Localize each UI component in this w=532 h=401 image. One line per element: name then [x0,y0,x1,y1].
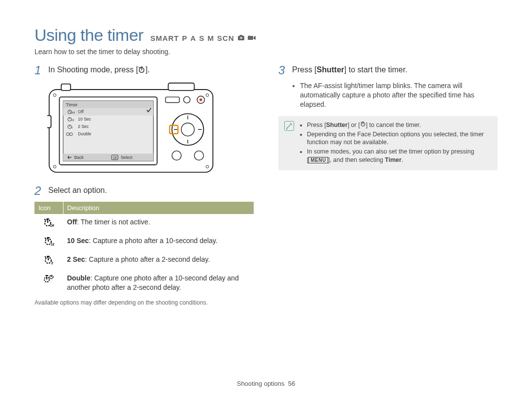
page-footer: Shooting options 56 [0,380,532,387]
th-desc: Description [63,202,254,214]
table-row: 2 2 Sec: Capture a photo after a 2-secon… [34,251,254,270]
step-3-bullet: The AF-assist light/timer lamp blinks. T… [300,81,498,109]
options-table: Icon Description OFF Off: The timer is n… [34,202,254,295]
note-box: Press [Shutter] or [] to cancel the time… [278,116,498,170]
timer-icon [138,65,145,76]
mode-s: S [199,34,204,42]
mode-p: P [182,34,187,42]
mode-m: M [207,34,214,42]
camera-plus-icon [237,34,245,42]
svg-rect-4 [168,83,195,91]
menu-button-label: MENU [308,157,328,163]
mode-smart: SMART [150,34,179,42]
svg-point-38 [172,151,181,160]
mode-scn: SCN [217,34,234,42]
svg-rect-9 [47,116,51,128]
svg-text:OFF: OFF [70,112,75,114]
movie-icon: ▸ [248,34,256,42]
note-item: Depending on the Face Detection options … [307,130,492,147]
step-3-text: Press [Shutter] to start the timer. [292,64,407,76]
svg-text:Off: Off [78,109,84,114]
options-footnote: Available options may differ depending o… [34,299,254,306]
table-row: Double: Capture one photo after a 10-sec… [34,270,254,295]
svg-text:OFF: OFF [50,224,54,227]
svg-text:10 Sec: 10 Sec [78,117,91,122]
page-subtitle: Learn how to set the timer to delay shoo… [34,48,498,56]
svg-rect-3 [61,84,70,91]
step-2-number: 2 [34,185,43,197]
note-item: Press [Shutter] or [] to cancel the time… [307,121,492,129]
svg-point-36 [181,123,194,136]
svg-text:▸: ▸ [248,34,250,36]
mode-list: SMART P A S M SCN ▸ [150,34,256,42]
step-3-number: 3 [278,64,287,76]
page-title: Using the timer [34,26,143,45]
svg-text:Double: Double [78,131,91,136]
svg-point-34 [200,98,202,101]
table-row: OFF Off: The timer is not active. [34,214,254,233]
svg-rect-13 [63,108,153,116]
timer-icon [360,122,366,128]
svg-text:Select: Select [121,155,133,160]
step-2-text: Select an option. [48,185,107,197]
svg-text:2 Sec: 2 Sec [78,124,89,129]
camera-diagram: Timer OFF Off 10 10 Sec 2 2 Sec [47,81,254,176]
lcd-menu-title: Timer [66,102,78,107]
timer-double-icon [43,277,55,285]
mode-a: A [190,34,196,42]
table-row: 10 10 Sec: Capture a photo after a 10-se… [34,233,254,251]
svg-text:2: 2 [71,126,73,129]
svg-rect-31 [166,97,179,102]
timer-off-icon: OFF [43,221,54,229]
svg-text:10: 10 [71,119,74,122]
note-icon [284,121,294,131]
svg-text:OK: OK [113,156,118,159]
svg-text:10: 10 [51,243,54,246]
step-1-text: In Shooting mode, press []. [48,64,150,76]
svg-point-32 [184,96,190,103]
note-item: In some modes, you can also set the time… [307,148,492,164]
svg-text:Back: Back [74,155,84,160]
timer-10s-icon: 10 [43,240,54,247]
th-icon: Icon [34,202,63,214]
timer-2s-icon: 2 [43,258,54,266]
step-1-number: 1 [34,64,43,76]
svg-text:2: 2 [51,261,53,265]
svg-point-39 [194,151,203,160]
